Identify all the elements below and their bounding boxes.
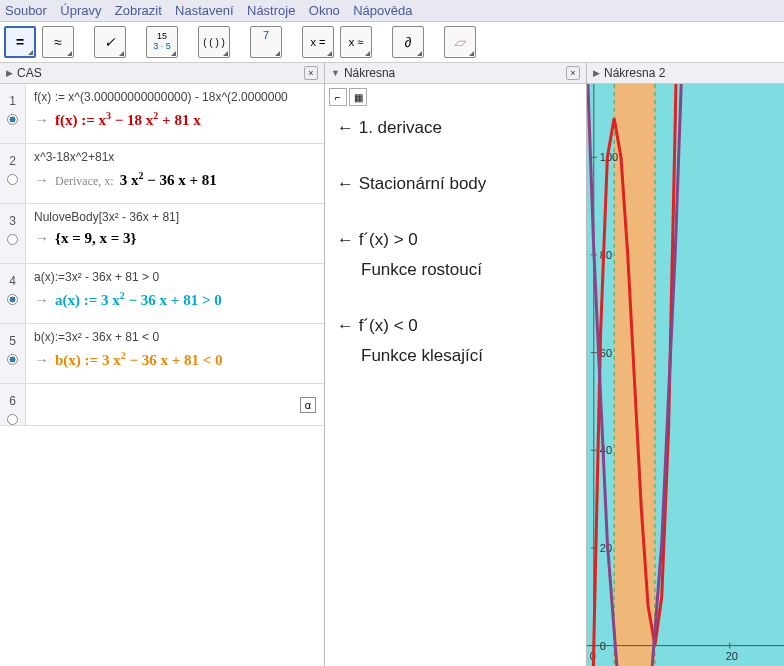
cas-input-text: x^3-18x^2+81x bbox=[34, 150, 316, 164]
equals-icon: = bbox=[16, 34, 24, 50]
cas-input-text: f(x) := x^(3.00000000000000) - 18x^(2.00… bbox=[34, 90, 316, 104]
annotation: ← Stacionární body bbox=[337, 174, 574, 194]
menu-upravy[interactable]: Úpravy bbox=[60, 3, 101, 18]
cas-row-number: 4 bbox=[0, 264, 26, 323]
svg-text:80: 80 bbox=[600, 249, 612, 261]
menu-soubor[interactable]: Soubor bbox=[5, 3, 47, 18]
cas-input-text: b(x):=3x² - 36x + 81 < 0 bbox=[34, 330, 316, 344]
grid-tool[interactable]: ▦ bbox=[349, 88, 367, 106]
tool-solve-numeric[interactable]: x ≈ bbox=[340, 26, 372, 58]
nakresna-close-button[interactable]: × bbox=[566, 66, 580, 80]
nakresna-header[interactable]: ▼ Nákresna × bbox=[325, 63, 586, 84]
chart-area[interactable]: 020406080100020 bbox=[587, 84, 784, 666]
tool-evaluate[interactable]: = bbox=[4, 26, 36, 58]
cas-output-text: →a(x) := 3 x2 − 36 x + 81 > 0 bbox=[34, 290, 316, 309]
tool-derivative[interactable]: ∂ bbox=[392, 26, 424, 58]
cas-output-text: →f(x) := x3 − 18 x2 + 81 x bbox=[34, 110, 316, 129]
cas-row-number: 2 bbox=[0, 144, 26, 203]
approx-icon: ≈ bbox=[54, 34, 62, 50]
svg-text:20: 20 bbox=[600, 542, 612, 554]
menu-napoveda[interactable]: Nápověda bbox=[353, 3, 412, 18]
x-eq-icon: x = bbox=[311, 36, 326, 48]
annotation: ← f´(x) > 0Funkce rostoucí bbox=[337, 230, 574, 280]
cas-close-button[interactable]: × bbox=[304, 66, 318, 80]
x-approx-icon: x ≈ bbox=[349, 36, 364, 48]
collapse-icon: ▶ bbox=[593, 68, 600, 78]
toolbar: = ≈ ✓ 153 · 5 ( ( ) ) 7 x = x ≈ ∂ ▱ bbox=[0, 22, 784, 63]
visibility-toggle[interactable] bbox=[7, 114, 18, 125]
axes-tool[interactable]: ⌐ bbox=[329, 88, 347, 106]
annotation: ← 1. derivace bbox=[337, 118, 574, 138]
cas-row-number: 1 bbox=[0, 84, 26, 143]
cas-row[interactable]: 2x^3-18x^2+81x→Derivace, x:3 x2 − 36 x +… bbox=[0, 144, 324, 204]
annotation: ← f´(x) < 0Funkce klesající bbox=[337, 316, 574, 366]
cas-cell[interactable]: x^3-18x^2+81x→Derivace, x:3 x2 − 36 x + … bbox=[26, 144, 324, 203]
tool-numeric[interactable]: ≈ bbox=[42, 26, 74, 58]
cas-row-number: 3 bbox=[0, 204, 26, 263]
tool-keep-input[interactable]: ✓ bbox=[94, 26, 126, 58]
nakresna-body[interactable]: ⌐ ▦ ← 1. derivace← Stacionární body← f´(… bbox=[325, 84, 586, 666]
seven-icon: 7 bbox=[263, 29, 269, 41]
cas-cell[interactable]: a(x):=3x² - 36x + 81 > 0→a(x) := 3 x2 − … bbox=[26, 264, 324, 323]
cas-cell[interactable]: NuloveBody[3x² - 36x + 81]→{x = 9, x = 3… bbox=[26, 204, 324, 263]
cas-row[interactable]: 5b(x):=3x² - 36x + 81 < 0→b(x) := 3 x2 −… bbox=[0, 324, 324, 384]
cas-output-text: →{x = 9, x = 3} bbox=[34, 230, 316, 247]
visibility-toggle[interactable] bbox=[7, 174, 18, 185]
cas-body: 1f(x) := x^(3.00000000000000) - 18x^(2.0… bbox=[0, 84, 324, 666]
nakresna2-title: Nákresna 2 bbox=[604, 66, 665, 80]
cas-title: CAS bbox=[17, 66, 42, 80]
tool-factor[interactable]: 153 · 5 bbox=[146, 26, 178, 58]
nakresna-title: Nákresna bbox=[344, 66, 395, 80]
svg-text:20: 20 bbox=[726, 650, 738, 662]
cas-input-text: a(x):=3x² - 36x + 81 > 0 bbox=[34, 270, 316, 284]
erase-icon: ▱ bbox=[452, 34, 467, 50]
nakresna-panel: ▼ Nákresna × ⌐ ▦ ← 1. derivace← Stacioná… bbox=[325, 63, 587, 666]
tool-delete[interactable]: ▱ bbox=[444, 26, 476, 58]
visibility-toggle[interactable] bbox=[7, 414, 18, 425]
collapse-icon: ▶ bbox=[6, 68, 13, 78]
alpha-button[interactable]: α bbox=[300, 397, 316, 413]
menu-nastroje[interactable]: Nástroje bbox=[247, 3, 295, 18]
cas-row[interactable]: 1f(x) := x^(3.00000000000000) - 18x^(2.0… bbox=[0, 84, 324, 144]
cas-row[interactable]: 6α bbox=[0, 384, 324, 426]
check-icon: ✓ bbox=[104, 34, 116, 50]
cas-output-text: →Derivace, x:3 x2 − 36 x + 81 bbox=[34, 170, 316, 189]
menu-okno[interactable]: Okno bbox=[309, 3, 340, 18]
tool-substitute[interactable]: ( ( ) ) bbox=[198, 26, 230, 58]
cas-panel: ▶ CAS × 1f(x) := x^(3.00000000000000) - … bbox=[0, 63, 325, 666]
tool-expand[interactable]: 7 bbox=[250, 26, 282, 58]
cas-output-text: →b(x) := 3 x2 − 36 x + 81 < 0 bbox=[34, 350, 316, 369]
tool-solve[interactable]: x = bbox=[302, 26, 334, 58]
paren-icon: ( ( ) ) bbox=[203, 37, 225, 48]
nakresna2-header[interactable]: ▶ Nákresna 2 bbox=[587, 63, 784, 84]
cas-header[interactable]: ▶ CAS × bbox=[0, 63, 324, 84]
svg-text:0: 0 bbox=[600, 640, 606, 652]
cas-cell[interactable]: f(x) := x^(3.00000000000000) - 18x^(2.00… bbox=[26, 84, 324, 143]
menu-nastaveni[interactable]: Nastavení bbox=[175, 3, 234, 18]
visibility-toggle[interactable] bbox=[7, 354, 18, 365]
partial-icon: ∂ bbox=[405, 34, 412, 50]
cas-row-number: 5 bbox=[0, 324, 26, 383]
cas-cell[interactable]: b(x):=3x² - 36x + 81 < 0→b(x) := 3 x2 − … bbox=[26, 324, 324, 383]
visibility-toggle[interactable] bbox=[7, 234, 18, 245]
cas-cell[interactable]: α bbox=[26, 384, 324, 425]
cas-row[interactable]: 3NuloveBody[3x² - 36x + 81]→{x = 9, x = … bbox=[0, 204, 324, 264]
menu-zobrazit[interactable]: Zobrazit bbox=[115, 3, 162, 18]
menubar: Soubor Úpravy Zobrazit Nastavení Nástroj… bbox=[0, 0, 784, 22]
visibility-toggle[interactable] bbox=[7, 294, 18, 305]
nakresna2-panel: ▶ Nákresna 2 020406080100020 bbox=[587, 63, 784, 666]
cas-row-number: 6 bbox=[0, 384, 26, 425]
cas-input-text: NuloveBody[3x² - 36x + 81] bbox=[34, 210, 316, 224]
main-area: ▶ CAS × 1f(x) := x^(3.00000000000000) - … bbox=[0, 63, 784, 666]
collapse-icon: ▼ bbox=[331, 68, 340, 78]
cas-row[interactable]: 4a(x):=3x² - 36x + 81 > 0→a(x) := 3 x2 −… bbox=[0, 264, 324, 324]
